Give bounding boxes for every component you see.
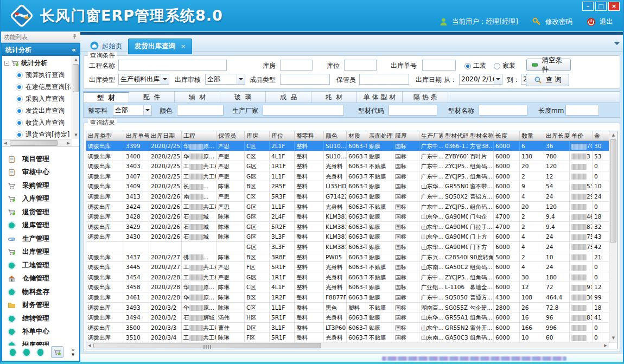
table-row[interactable]: 调拨出库34302020/2/26石城陈琳G区3L3F整料KLM38176063… bbox=[86, 232, 617, 242]
tree-item[interactable]: 发货出库查询 bbox=[3, 105, 71, 117]
menu-item[interactable]: 退货管理 bbox=[8, 206, 79, 219]
tree-horizontal-scrollbar[interactable]: ◀ ▶ bbox=[2, 139, 72, 146]
color-input[interactable] bbox=[177, 105, 224, 116]
column-header-warehouse[interactable]: 库房 bbox=[245, 131, 270, 141]
column-header-material[interactable]: 材质 bbox=[347, 131, 367, 141]
module-dot-icon[interactable] bbox=[37, 349, 43, 356]
whole-piece-select[interactable]: 全部 bbox=[113, 105, 152, 116]
column-header-amount[interactable]: 金 bbox=[593, 131, 602, 141]
material-tab[interactable]: 耗 材 bbox=[311, 92, 357, 103]
close-button[interactable]: × bbox=[608, 2, 620, 11]
material-tab[interactable]: 辅 材 bbox=[175, 92, 220, 103]
table-row[interactable]: 调拨出库34942020/3/2石辉城汤伟H区5R1F整料光身料6063-T5贴… bbox=[86, 312, 617, 323]
menu-item[interactable]: 入库管理 bbox=[8, 193, 79, 206]
menu-item[interactable]: 项目管理 bbox=[8, 152, 79, 166]
column-header-out-type[interactable]: 出库类型 bbox=[86, 131, 124, 141]
column-header-project[interactable]: 工程 bbox=[182, 131, 217, 141]
table-row[interactable]: 调拨出库34292020/2/26石城陈琳G区5R2F整料KLM38176063… bbox=[86, 222, 617, 232]
table-row[interactable]: 调拨出库34002020/2/25华原...严思C区4L1F整料SU10...6… bbox=[86, 151, 617, 162]
tab-list-caret-icon[interactable] bbox=[614, 42, 620, 48]
column-header-out-date[interactable]: 出库日期 bbox=[149, 131, 182, 141]
menu-item[interactable]: 仓储管理 bbox=[8, 272, 79, 286]
column-header-profile-name[interactable]: 型材名称 bbox=[468, 131, 494, 141]
material-tab[interactable]: 单 体 型 材 bbox=[357, 92, 403, 103]
date-from-select[interactable]: 2020/ 2/16 bbox=[459, 74, 502, 85]
column-header-profile-code[interactable]: 型材代码 bbox=[443, 131, 468, 141]
column-header-out-length[interactable]: 出库长度 bbox=[544, 131, 570, 141]
column-header-unit-price[interactable]: 单价 bbox=[570, 131, 593, 141]
pin-icon[interactable] bbox=[72, 34, 78, 41]
menu-item[interactable]: 报废管理 bbox=[8, 339, 79, 346]
table-row[interactable]: 调拨出库34542020/2/28工共工程严思G区1R1F整料光身料6063-T… bbox=[86, 272, 617, 283]
table-row[interactable]: 调拨出库34932020/3/2华原...陈琳C区1L1F整料黑色塑料不贴膜国标… bbox=[86, 303, 617, 313]
table-row[interactable]: 调拨出库34282020/2/26石城陈琳G区2L4F整料KLM38176063… bbox=[86, 212, 617, 222]
tree-item[interactable]: 退货查询[待定] bbox=[3, 129, 71, 139]
material-tab[interactable]: 成 品 bbox=[266, 92, 311, 103]
warehouse-input[interactable] bbox=[280, 60, 313, 71]
menu-item[interactable]: 物料盘存 bbox=[8, 285, 79, 299]
table-row[interactable]: 调拨出库34612020/2/28华原...陈琳B区1R2F整料F8877FT6… bbox=[86, 292, 617, 303]
table-row[interactable]: 调拨出库34132020/2/26南...严思C区5R3F整料G71422606… bbox=[86, 191, 617, 202]
collapse-icon[interactable]: « bbox=[72, 46, 76, 54]
grid-horizontal-scrollbar[interactable]: ◀ ▶ bbox=[86, 342, 609, 349]
tree-item[interactable]: 采购入库查询 bbox=[3, 93, 71, 105]
menu-item[interactable]: 生产管理 bbox=[8, 232, 79, 246]
table-row[interactable]: 调拨出库34372020/2/27佛...陈琳B区3R8F整料PW056063-… bbox=[86, 252, 617, 263]
column-header-maker[interactable]: 生产厂家 bbox=[419, 131, 443, 141]
material-tab[interactable]: 隔 热 条 bbox=[403, 92, 448, 103]
product-type-input[interactable] bbox=[280, 74, 330, 85]
search-button[interactable]: 查 询 bbox=[526, 74, 569, 86]
logout-link[interactable]: 退出 bbox=[600, 17, 613, 27]
menu-item[interactable]: 采购管理 bbox=[8, 179, 79, 193]
menu-item[interactable]: 工地管理 bbox=[8, 259, 79, 272]
column-header-whole-piece[interactable]: 整零料 bbox=[295, 131, 324, 141]
tree-item[interactable]: 预算执行查询 bbox=[3, 69, 71, 81]
out-type-select[interactable]: 生产领料出库 bbox=[118, 74, 169, 85]
location-input[interactable] bbox=[344, 60, 377, 71]
menu-item[interactable]: 补单中心 bbox=[8, 325, 79, 339]
column-header-color[interactable]: 颜色 bbox=[324, 131, 347, 141]
table-row[interactable]: G区3L3F整料KLM38176063-T5贴膜国标山东华...GA90M09.… bbox=[86, 242, 617, 252]
table-row[interactable]: 调拨出库34582020/2/28华原...陈琳C区4L1F整料光身料6063-… bbox=[86, 282, 617, 292]
more-modules-button[interactable]: »▾ bbox=[71, 347, 75, 357]
column-header-qty[interactable]: 数量 bbox=[520, 131, 544, 141]
table-row[interactable]: 调拨出库35002020/3/3工共工程曹佳D区3L1F整料LT3P606063… bbox=[86, 323, 617, 333]
menu-item[interactable]: 审核中心 bbox=[8, 166, 79, 180]
column-header-keeper[interactable]: 保管员 bbox=[217, 131, 245, 141]
cart-module-button[interactable] bbox=[51, 346, 63, 358]
table-row[interactable]: 调拨出库34452020/2/27工共工程严思F区5R1F整料光身料6063-T… bbox=[86, 262, 617, 272]
material-tab[interactable]: 玻 璃 bbox=[220, 92, 266, 103]
profile-code-input[interactable] bbox=[389, 105, 437, 116]
tab-close-icon[interactable]: × bbox=[181, 43, 186, 50]
change-password-link[interactable]: 修改密码 bbox=[545, 17, 572, 27]
column-header-surface[interactable]: 表面处理 bbox=[367, 131, 393, 141]
tree-expander[interactable]: - bbox=[4, 61, 9, 66]
table-row[interactable]: 调拨出库34092020/2/25长...陈琳B区2R5F整料LI35HD606… bbox=[86, 181, 617, 191]
minimize-button[interactable]: – bbox=[582, 2, 594, 11]
audit-select[interactable]: 全部 bbox=[205, 74, 245, 85]
grid-vertical-scrollbar[interactable]: ▲ ▼ bbox=[609, 131, 617, 342]
maximize-button[interactable]: □ bbox=[595, 2, 607, 11]
maker-input[interactable] bbox=[263, 105, 344, 116]
radio-home-install[interactable]: 家装 bbox=[494, 61, 515, 71]
menu-item[interactable]: 出库管理 bbox=[8, 246, 79, 259]
menu-item[interactable]: 结转管理 bbox=[8, 312, 79, 325]
table-row[interactable]: 调拨出库34032020/2/25工共工程严思G区1R1F整料光身料6063-T… bbox=[86, 161, 617, 171]
profile-name-input[interactable] bbox=[479, 105, 527, 116]
material-tab[interactable]: 型 材 bbox=[84, 92, 129, 103]
order-no-input[interactable] bbox=[422, 60, 456, 71]
tree-root-item[interactable]: -统计分析 bbox=[3, 57, 71, 69]
tree-item[interactable]: 收货入库查询 bbox=[3, 117, 71, 129]
material-tab[interactable]: 配 件 bbox=[129, 92, 175, 103]
column-header-film[interactable]: 膜厚 bbox=[393, 131, 419, 141]
menu-item[interactable]: 财务管理 bbox=[8, 299, 79, 312]
column-header-location[interactable]: 库位 bbox=[270, 131, 295, 141]
menu-item[interactable]: 退库管理 bbox=[8, 219, 79, 233]
tree-item[interactable]: 在途信息查询[待 bbox=[3, 81, 71, 93]
tree-vertical-scrollbar[interactable]: ▲ ▼ bbox=[72, 56, 79, 139]
length-input[interactable] bbox=[565, 105, 599, 116]
module-dot-icon[interactable] bbox=[23, 349, 29, 356]
table-row[interactable]: 调拨出库34072020/2/25工共工程严思G区1L1F整料光身料6063-T… bbox=[86, 171, 617, 182]
table-row[interactable]: 调拨出库33992020/2/25华原...严思C区2L1F整料SU10...6… bbox=[86, 141, 617, 151]
module-dot-icon[interactable] bbox=[10, 349, 16, 356]
